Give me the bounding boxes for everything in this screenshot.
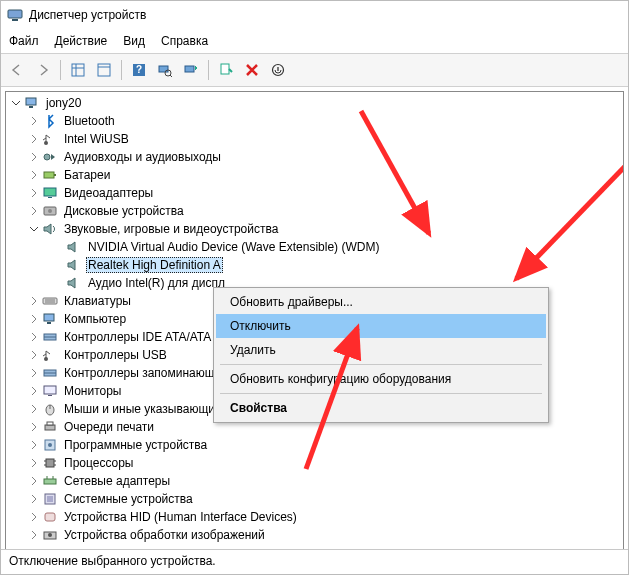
tree-category[interactable]: Аудиовходы и аудиовыходы — [6, 148, 623, 166]
expand-arrow[interactable] — [28, 115, 40, 127]
expand-arrow[interactable] — [28, 331, 40, 343]
nav-forward-button[interactable] — [31, 58, 55, 82]
expand-arrow[interactable] — [28, 403, 40, 415]
system-icon — [42, 491, 58, 507]
expand-arrow[interactable] — [28, 169, 40, 181]
disable-device-button[interactable] — [240, 58, 264, 82]
tree-category[interactable]: Звуковые, игровые и видеоустройства — [6, 220, 623, 238]
category-label: Видеоадаптеры — [62, 186, 155, 200]
properties-button[interactable] — [92, 58, 116, 82]
expand-arrow[interactable] — [28, 421, 40, 433]
ide-icon — [42, 329, 58, 345]
bluetooth-icon — [42, 113, 58, 129]
device-manager-window: Диспетчер устройств Файл Действие Вид Сп… — [0, 0, 629, 575]
tree-category[interactable]: Bluetooth — [6, 112, 623, 130]
tree-category[interactable]: Процессоры — [6, 454, 623, 472]
tree-category[interactable]: Устройства HID (Human Interface Devices) — [6, 508, 623, 526]
tree-category[interactable]: Программные устройства — [6, 436, 623, 454]
expand-arrow[interactable] — [28, 367, 40, 379]
hid-icon — [42, 509, 58, 525]
category-label: Контроллеры IDE ATA/ATA — [62, 330, 213, 344]
svg-point-42 — [48, 443, 52, 447]
tree-category[interactable]: Системные устройства — [6, 490, 623, 508]
svg-rect-35 — [44, 386, 56, 394]
show-hide-tree-button[interactable] — [66, 58, 90, 82]
svg-line-11 — [170, 75, 172, 77]
category-label: Контроллеры запоминающ — [62, 366, 217, 380]
expand-arrow[interactable] — [28, 313, 40, 325]
expand-arrow[interactable] — [28, 475, 40, 487]
computer-icon — [24, 95, 40, 111]
expand-arrow[interactable] — [28, 385, 40, 397]
category-label: Bluetooth — [62, 114, 117, 128]
uninstall-device-button[interactable] — [266, 58, 290, 82]
expand-arrow[interactable] — [28, 529, 40, 541]
svg-rect-28 — [44, 314, 54, 321]
menu-file[interactable]: Файл — [9, 34, 39, 48]
update-driver-button[interactable] — [179, 58, 203, 82]
software-icon — [42, 437, 58, 453]
expand-arrow[interactable] — [28, 457, 40, 469]
monitor-icon — [42, 383, 58, 399]
category-label: Батареи — [62, 168, 112, 182]
tree-root-label: jony20 — [44, 96, 83, 110]
tree-category[interactable]: Видеоадаптеры — [6, 184, 623, 202]
expand-arrow[interactable] — [28, 151, 40, 163]
tree-device[interactable]: Realtek High Definition A — [6, 256, 623, 274]
tree-category[interactable]: Intel WiUSB — [6, 130, 623, 148]
expand-arrow[interactable] — [28, 511, 40, 523]
tree-category[interactable]: Устройства обработки изображений — [6, 526, 623, 544]
menu-help[interactable]: Справка — [161, 34, 208, 48]
speaker-icon — [66, 257, 82, 273]
tree-category[interactable]: Батареи — [6, 166, 623, 184]
svg-rect-48 — [44, 479, 56, 484]
cpu-icon — [42, 455, 58, 471]
collapse-arrow[interactable] — [10, 97, 22, 109]
usb-icon — [42, 347, 58, 363]
titlebar: Диспетчер устройств — [1, 1, 628, 29]
nav-back-button[interactable] — [5, 58, 29, 82]
expand-arrow[interactable] — [28, 187, 40, 199]
expand-arrow[interactable] — [28, 493, 40, 505]
context-menu-item[interactable]: Обновить драйверы... — [216, 290, 546, 314]
svg-point-55 — [48, 533, 52, 537]
expand-arrow[interactable] — [28, 439, 40, 451]
expand-arrow[interactable] — [28, 133, 40, 145]
menu-view[interactable]: Вид — [123, 34, 145, 48]
svg-rect-15 — [26, 98, 36, 105]
toolbar: ? — [1, 53, 628, 87]
scan-hardware-button[interactable] — [153, 58, 177, 82]
tree-root[interactable]: jony20 — [6, 94, 623, 112]
menu-action[interactable]: Действие — [55, 34, 108, 48]
category-label: Intel WiUSB — [62, 132, 131, 146]
expand-arrow[interactable] — [28, 205, 40, 217]
help-button[interactable]: ? — [127, 58, 151, 82]
context-menu-item[interactable]: Обновить конфигурацию оборудования — [216, 367, 546, 391]
category-label: Дисковые устройства — [62, 204, 186, 218]
toolbar-divider — [121, 60, 122, 80]
expand-arrow[interactable] — [28, 349, 40, 361]
expand-arrow[interactable] — [28, 295, 40, 307]
svg-rect-25 — [43, 298, 57, 304]
context-menu: Обновить драйверы...ОтключитьУдалитьОбно… — [213, 287, 549, 423]
svg-rect-29 — [47, 322, 51, 324]
svg-rect-0 — [8, 10, 22, 18]
battery-icon — [42, 167, 58, 183]
tree-device[interactable]: NVIDIA Virtual Audio Device (Wave Extens… — [6, 238, 623, 256]
svg-rect-22 — [48, 197, 52, 198]
status-text: Отключение выбранного устройства. — [9, 554, 216, 568]
context-menu-item[interactable]: Свойства — [216, 396, 546, 420]
window-title: Диспетчер устройств — [29, 8, 146, 22]
collapse-arrow[interactable] — [28, 223, 40, 235]
tree-category[interactable]: Сетевые адаптеры — [6, 472, 623, 490]
tree-category[interactable]: Дисковые устройства — [6, 202, 623, 220]
context-menu-item[interactable]: Отключить — [216, 314, 546, 338]
toolbar-divider — [208, 60, 209, 80]
enable-device-button[interactable] — [214, 58, 238, 82]
speaker-icon — [66, 239, 82, 255]
context-menu-item[interactable]: Удалить — [216, 338, 546, 362]
category-label: Устройства обработки изображений — [62, 528, 267, 542]
storage-ctrl-icon — [42, 365, 58, 381]
device-tree-area: jony20BluetoothIntel WiUSBАудиовходы и а… — [5, 91, 624, 575]
category-label: Мониторы — [62, 384, 123, 398]
